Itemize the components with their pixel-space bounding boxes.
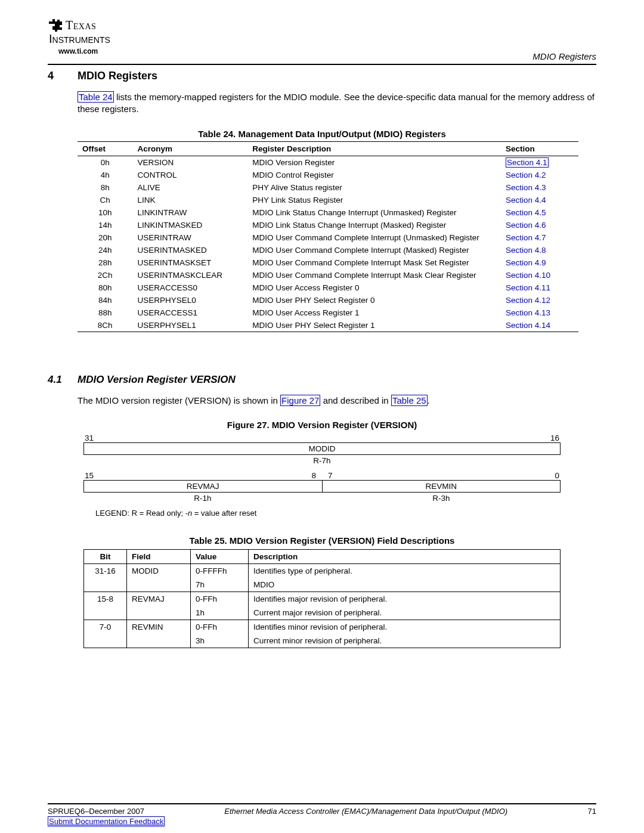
cell-value: 0-FFh	[191, 620, 249, 634]
section-link[interactable]: Section 4.7	[506, 233, 546, 242]
table-row: 84hUSERPHYSEL0MDIO User PHY Select Regis…	[78, 294, 578, 306]
section-link[interactable]: Section 4.6	[506, 221, 546, 230]
section-title: MDIO Registers	[78, 70, 157, 82]
table-row: 8ChUSERPHYSEL1MDIO User PHY Select Regis…	[78, 319, 578, 332]
table24-caption: Table 24. Management Data Input/Output (…	[48, 129, 596, 139]
section-link[interactable]: Section 4.14	[506, 321, 550, 330]
cell-offset: 24h	[78, 244, 133, 256]
cell-section: Section 4.14	[501, 319, 578, 332]
cell-section: Section 4.8	[501, 244, 578, 256]
table-row: 88hUSERACCESS1MDIO User Access Register …	[78, 306, 578, 319]
cell-bit: 7-0	[84, 620, 127, 634]
field-modid: MODID	[84, 443, 560, 454]
cell-acronym: LINKINTRAW	[133, 206, 248, 219]
page-footer: SPRUEQ6–December 2007 Ethernet Media Acc…	[48, 803, 596, 826]
cell-description: PHY Link Status Register	[247, 194, 501, 206]
subsection-paragraph: The MDIO version register (VERSION) is s…	[78, 395, 596, 407]
ti-logo-block: Texas Instruments www.ti.com	[48, 18, 110, 55]
bit-0: 0	[444, 471, 559, 480]
cell-field: REVMAJ	[127, 592, 191, 606]
link-figure-27[interactable]: Figure 27	[280, 395, 320, 406]
cell-bit	[84, 634, 127, 648]
section-link[interactable]: Section 4.13	[506, 308, 550, 317]
cell-value: 3h	[191, 634, 249, 648]
table-row: 14hLINKINTMASKEDMDIO Link Status Change …	[78, 219, 578, 231]
footer-feedback-link[interactable]: Submit Documentation Feedback	[48, 816, 165, 826]
cell-section: Section 4.9	[501, 256, 578, 269]
bit-8: 8	[200, 471, 322, 480]
logo-url[interactable]: www.ti.com	[58, 47, 110, 55]
footer-title: Ethernet Media Access Controller (EMAC)/…	[224, 807, 507, 816]
cell-bit	[84, 606, 127, 620]
cell-offset: 20h	[78, 231, 133, 244]
cell-field: REVMIN	[127, 620, 191, 634]
cell-value: 0-FFFFh	[191, 563, 249, 578]
cell-offset: 2Ch	[78, 269, 133, 281]
cell-description: MDIO User Command Complete Interrupt Mas…	[247, 269, 501, 281]
table-row: 15-8REVMAJ0-FFhIdentifies major revision…	[84, 592, 561, 606]
cell-field	[127, 578, 191, 592]
cell-bit: 31-16	[84, 563, 127, 578]
ti-chip-icon	[48, 18, 63, 32]
section-heading: 4 MDIO Registers	[48, 70, 596, 82]
table-row: 8hALIVEPHY Alive Status registerSection …	[78, 181, 578, 194]
reset-revmin: R-3h	[322, 493, 561, 504]
logo-text-instruments: Instruments	[49, 32, 110, 46]
section-link[interactable]: Section 4.11	[506, 283, 550, 292]
cell-acronym: USERPHYSEL1	[133, 319, 248, 332]
table-row: 7-0REVMIN0-FFhIdentifies minor revision …	[84, 620, 561, 634]
table-row: 1hCurrent major revision of peripheral.	[84, 606, 561, 620]
cell-description: Current minor revision of peripheral.	[249, 634, 561, 648]
table-row: 2ChUSERINTMASKCLEARMDIO User Command Com…	[78, 269, 578, 281]
cell-description: MDIO Link Status Change Interrupt (Unmas…	[247, 206, 501, 219]
footer-pagenum: 71	[588, 807, 596, 816]
cell-acronym: USERINTMASKCLEAR	[133, 269, 248, 281]
cell-description: MDIO User Command Complete Interrupt (Ma…	[247, 244, 501, 256]
section-link[interactable]: Section 4.9	[506, 258, 546, 267]
cell-section: Section 4.12	[501, 294, 578, 306]
cell-section: Section 4.1	[501, 156, 578, 169]
subsection-title: MDIO Version Register VERSION	[78, 374, 236, 386]
figure27-caption: Figure 27. MDIO Version Register (VERSIO…	[48, 420, 596, 430]
cell-offset: 4h	[78, 169, 133, 181]
section-link[interactable]: Section 4.1	[506, 157, 549, 168]
table-row: 28hUSERINTMASKSETMDIO User Command Compl…	[78, 256, 578, 269]
section-link[interactable]: Section 4.3	[506, 183, 546, 192]
link-table-24[interactable]: Table 24	[78, 91, 114, 103]
cell-offset: 8Ch	[78, 319, 133, 332]
section-link[interactable]: Section 4.5	[506, 208, 546, 217]
cell-section: Section 4.13	[501, 306, 578, 319]
cell-description: MDIO User Access Register 1	[247, 306, 501, 319]
cell-description: MDIO Version Register	[247, 156, 501, 169]
col-desc: Description	[249, 549, 561, 563]
cell-offset: 88h	[78, 306, 133, 319]
col-field: Field	[127, 549, 191, 563]
section-link[interactable]: Section 4.4	[506, 196, 546, 205]
footer-docid: SPRUEQ6–December 2007	[48, 807, 144, 816]
cell-offset: 14h	[78, 219, 133, 231]
header-section-name: MDIO Registers	[532, 51, 596, 61]
cell-description: PHY Alive Status register	[247, 181, 501, 194]
section-link[interactable]: Section 4.10	[506, 271, 550, 280]
cell-offset: Ch	[78, 194, 133, 206]
table-row: 24hUSERINTMASKEDMDIO User Command Comple…	[78, 244, 578, 256]
link-table-25[interactable]: Table 25	[391, 395, 428, 406]
cell-description: Identifies minor revision of peripheral.	[249, 620, 561, 634]
cell-description: MDIO User Command Complete Interrupt (Un…	[247, 231, 501, 244]
cell-acronym: USERPHYSEL0	[133, 294, 248, 306]
cell-offset: 10h	[78, 206, 133, 219]
page-header: Texas Instruments www.ti.com MDIO Regist…	[48, 18, 596, 65]
cell-acronym: USERACCESS1	[133, 306, 248, 319]
bit-16: 16	[550, 433, 559, 442]
cell-description: Identifies type of peripheral.	[249, 563, 561, 578]
table-row: 80hUSERACCESS0MDIO User Access Register …	[78, 281, 578, 294]
cell-offset: 28h	[78, 256, 133, 269]
section-link[interactable]: Section 4.12	[506, 296, 550, 305]
cell-acronym: USERINTMASKED	[133, 244, 248, 256]
cell-bit: 15-8	[84, 592, 127, 606]
cell-description: Current major revision of peripheral.	[249, 606, 561, 620]
cell-acronym: LINKINTMASKED	[133, 219, 248, 231]
section-link[interactable]: Section 4.8	[506, 246, 546, 255]
section-link[interactable]: Section 4.2	[506, 171, 546, 179]
cell-offset: 80h	[78, 281, 133, 294]
